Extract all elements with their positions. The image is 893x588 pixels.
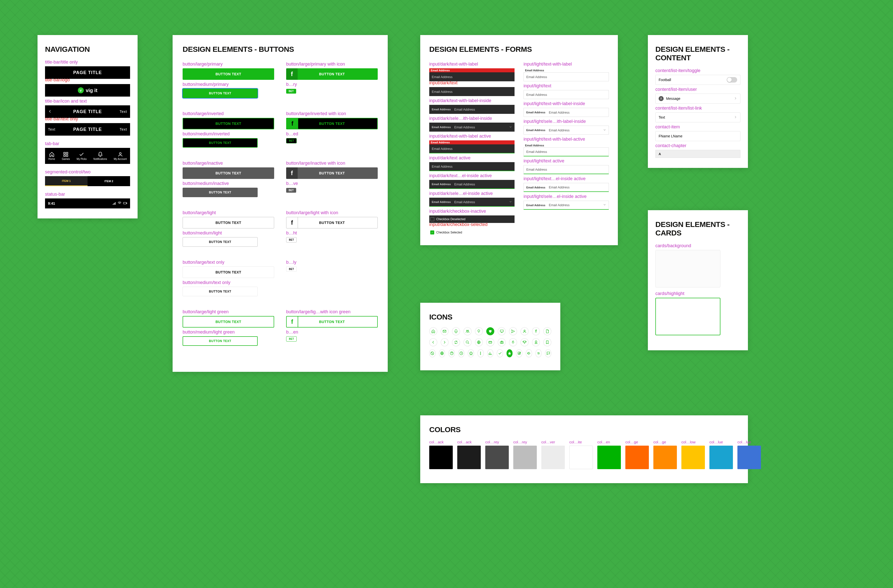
- camera-icon[interactable]: [498, 338, 506, 346]
- input-dark-text-with-label[interactable]: Email Address: [429, 72, 514, 81]
- list-item-link[interactable]: Text: [655, 112, 740, 122]
- document-icon[interactable]: [543, 327, 551, 335]
- input-light-text-active[interactable]: Email Address: [523, 165, 609, 174]
- list-item-toggle[interactable]: Football: [655, 75, 740, 85]
- segmented-item-1[interactable]: ITEM 1: [45, 176, 87, 186]
- title-bar-right-text[interactable]: Text: [120, 110, 127, 114]
- trophy-icon[interactable]: [520, 338, 529, 346]
- caption-btn-pill-textonly: b…ly: [286, 260, 378, 265]
- tab-notifications[interactable]: Notifications: [93, 152, 107, 160]
- chevron-right-icon[interactable]: [441, 338, 449, 346]
- balloon-icon[interactable]: [475, 327, 483, 335]
- tab-account[interactable]: My Account: [114, 152, 127, 160]
- button-large-icon-inverted[interactable]: fBUTTON TEXT: [286, 118, 378, 129]
- mail-icon[interactable]: [441, 327, 449, 335]
- flame-icon[interactable]: [509, 338, 517, 346]
- transfer-icon[interactable]: [535, 349, 542, 357]
- bell-icon[interactable]: [452, 327, 460, 335]
- globe-icon[interactable]: [475, 338, 483, 346]
- button-large-inverted[interactable]: BUTTON TEXT: [183, 118, 274, 129]
- input-light-text-with-label[interactable]: Email Address: [523, 72, 609, 81]
- check-icon[interactable]: [497, 349, 503, 357]
- input-dark-text-inside[interactable]: Email AddressEmail Address: [429, 105, 514, 114]
- button-pill-light[interactable]: BET: [286, 237, 297, 242]
- button-large-icon-lightgreen[interactable]: fBUTTON TEXT: [286, 316, 378, 328]
- button-large-primary[interactable]: BUTTON TEXT: [183, 68, 274, 80]
- tab-games[interactable]: Games: [62, 152, 70, 160]
- input-light-text-inside[interactable]: Email AddressEmail Address: [523, 108, 609, 117]
- button-medium-textonly[interactable]: BUTTON TEXT: [183, 287, 258, 296]
- button-medium-primary[interactable]: BUTTON TEXT: [183, 89, 258, 98]
- button-pill-primary[interactable]: BET: [286, 89, 296, 93]
- button-pill-lightgreen[interactable]: BET: [286, 336, 297, 341]
- list-item-user[interactable]: Message: [655, 93, 740, 104]
- input-dark-text-inside-active[interactable]: Email AddressEmail Address: [429, 180, 514, 189]
- checkbox-selected[interactable]: Checkbox Selected: [429, 229, 514, 236]
- chart-icon[interactable]: [487, 349, 493, 357]
- button-pill-inverted[interactable]: BET: [286, 138, 297, 143]
- caption-light-text-with-label-active: input/light/text-with-label-active: [523, 137, 609, 142]
- button-large-textonly[interactable]: BUTTON TEXT: [183, 266, 274, 278]
- button-pill-inactive[interactable]: BET: [286, 188, 296, 192]
- input-dark-text[interactable]: Email Address: [429, 87, 514, 96]
- select-light-inside-active[interactable]: Email AddressEmail Address: [523, 201, 609, 210]
- swatch-chip-2: [485, 446, 509, 469]
- button-large-lightgreen[interactable]: BUTTON TEXT: [183, 316, 274, 328]
- input-light-text[interactable]: Email Address: [523, 90, 609, 99]
- content-panel: DESIGN ELEMENTS - CONTENT content/list-i…: [648, 35, 748, 168]
- toggle-icon[interactable]: [727, 77, 737, 83]
- battery-icon: [123, 201, 127, 206]
- swatch-chip-11: [737, 446, 761, 469]
- caption-btn-med-textonly: button/medium/text only: [183, 280, 274, 285]
- navigation-panel: NAVIGATION title-bar/title only PAGE TIT…: [38, 35, 138, 218]
- segmented-item-2[interactable]: ITEM 2: [87, 176, 130, 186]
- input-light-text-with-label-active[interactable]: Email Address: [523, 147, 609, 156]
- tab-home[interactable]: Home: [48, 152, 55, 160]
- button-large-light[interactable]: BUTTON TEXT: [183, 217, 274, 229]
- monitor-icon[interactable]: [498, 327, 506, 335]
- bookmark-icon[interactable]: [543, 338, 551, 346]
- button-medium-lightgreen[interactable]: BUTTON TEXT: [183, 336, 258, 346]
- star-outline-icon[interactable]: [468, 349, 474, 357]
- title-bar-right-text[interactable]: Text: [120, 127, 127, 131]
- input-light-text-inside-active[interactable]: Email AddressEmail Address: [523, 183, 609, 192]
- contact-item[interactable]: FName LName: [655, 131, 740, 141]
- heart-icon[interactable]: [486, 327, 494, 335]
- select-light-inside[interactable]: Email AddressEmail Address: [523, 126, 609, 135]
- title-bar-left-text[interactable]: Text: [48, 127, 56, 131]
- logo-text: vig it: [86, 87, 98, 93]
- search-icon[interactable]: [463, 338, 472, 346]
- ribbon-icon[interactable]: [532, 338, 540, 346]
- send-icon[interactable]: [509, 327, 517, 335]
- home-icon[interactable]: [429, 327, 437, 335]
- select-dark-inside[interactable]: Email AddressEmail Address: [429, 123, 514, 132]
- card-icon[interactable]: [486, 338, 494, 346]
- refresh-icon[interactable]: [452, 338, 460, 346]
- button-large-icon-primary[interactable]: fBUTTON TEXT: [286, 68, 378, 80]
- basketball-icon[interactable]: [439, 349, 445, 357]
- people-icon[interactable]: [463, 327, 472, 335]
- more-icon[interactable]: [478, 349, 484, 357]
- back-icon[interactable]: [48, 109, 52, 114]
- input-dark-text-with-label-active[interactable]: Email Address: [429, 144, 514, 153]
- tab-mypicks[interactable]: My Picks: [77, 152, 87, 160]
- button-pill-textonly[interactable]: BET: [286, 266, 297, 272]
- chevron-left-icon[interactable]: [429, 338, 437, 346]
- button-medium-light[interactable]: BUTTON TEXT: [183, 237, 258, 247]
- facebook-icon[interactable]: f: [532, 327, 540, 335]
- ban-icon[interactable]: [429, 349, 436, 357]
- star-icon[interactable]: [507, 349, 513, 357]
- help-icon[interactable]: [448, 349, 455, 357]
- button-large-icon-light[interactable]: fBUTTON TEXT: [286, 217, 378, 229]
- button-medium-inactive[interactable]: BUTTON TEXT: [183, 188, 258, 197]
- button-large-inactive[interactable]: BUTTON TEXT: [183, 167, 274, 179]
- select-dark-inside-active[interactable]: Email AddressEmail Address: [429, 198, 514, 207]
- input-dark-text-active[interactable]: Email Address: [429, 162, 514, 171]
- button-large-icon-inactive[interactable]: fBUTTON TEXT: [286, 167, 378, 179]
- button-medium-inverted[interactable]: BUTTON TEXT: [183, 138, 258, 147]
- message-icon[interactable]: [545, 349, 551, 357]
- clock-icon[interactable]: [458, 349, 465, 357]
- volume-icon[interactable]: [526, 349, 532, 357]
- user-icon[interactable]: [520, 327, 529, 335]
- compose-icon[interactable]: [516, 349, 522, 357]
